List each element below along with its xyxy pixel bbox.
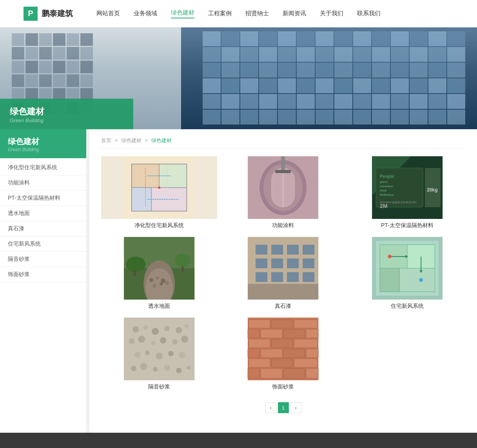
svg-point-40 (152, 284, 156, 288)
nav-contact[interactable]: 联系我们 (357, 10, 381, 17)
svg-rect-59 (287, 272, 299, 282)
page-content: 首页 > 绿色建材 > 绿色建材 (89, 129, 477, 433)
svg-point-74 (419, 278, 423, 282)
sidebar-item-2[interactable]: PT-太空保温隔热材料 (0, 191, 86, 206)
svg-rect-46 (182, 266, 183, 272)
svg-rect-118 (294, 359, 317, 367)
svg-text:20kg: 20kg (427, 187, 437, 193)
product-img-6 (101, 318, 217, 380)
svg-rect-3 (159, 164, 187, 188)
svg-rect-57 (256, 272, 267, 282)
svg-rect-111 (294, 339, 317, 348)
svg-text:Heat: Heat (380, 189, 387, 192)
sidebar-item-7[interactable]: 饰面砂浆 (0, 267, 86, 282)
nav-projects[interactable]: 工程案例 (208, 10, 232, 17)
svg-point-84 (138, 336, 145, 343)
svg-rect-108 (306, 329, 318, 338)
nav-business[interactable]: 业务领域 (134, 10, 157, 17)
logo-icon: P (24, 7, 38, 21)
svg-rect-122 (306, 369, 318, 378)
svg-rect-105 (248, 329, 259, 338)
product-img-0 (101, 156, 217, 219)
svg-rect-113 (261, 349, 282, 358)
product-title-1: 功能涂料 (225, 222, 341, 229)
product-img-3 (101, 237, 217, 300)
product-img-4 (225, 237, 341, 300)
page-prev[interactable]: ‹ (265, 402, 276, 413)
nav-home[interactable]: 网站首页 (96, 10, 120, 17)
product-img-5 (349, 237, 465, 300)
svg-point-78 (143, 325, 148, 330)
nav-green-material[interactable]: 绿色建材 (171, 9, 194, 18)
sidebar-subtitle: Green Building (8, 147, 78, 152)
sidebar-item-1[interactable]: 功能涂料 (0, 175, 86, 191)
product-item-0[interactable]: 净化型住宅新风系统 (101, 156, 217, 229)
breadcrumb-parent[interactable]: 绿色建材 (121, 137, 141, 143)
svg-point-90 (145, 350, 150, 355)
svg-point-43 (126, 257, 145, 272)
svg-rect-115 (306, 349, 318, 358)
product-item-5[interactable]: 住宅新风系统 (349, 237, 465, 310)
svg-point-93 (179, 352, 185, 358)
product-img-7 (225, 318, 341, 380)
svg-rect-114 (283, 349, 305, 358)
svg-rect-104 (294, 320, 317, 328)
svg-point-81 (176, 327, 182, 333)
svg-rect-121 (283, 369, 305, 378)
svg-rect-67 (380, 268, 399, 292)
product-title-2: PT-太空保温隔热材料 (349, 222, 465, 229)
header: P 鹏泰建筑 网站首页 业务领域 绿色建材 工程案例 招贤纳士 新闻资讯 关于我… (0, 0, 477, 27)
product-item-7[interactable]: 饰面砂浆 (225, 318, 341, 390)
svg-rect-103 (271, 320, 293, 328)
svg-rect-117 (271, 359, 293, 367)
nav-news[interactable]: 新闻资讯 (283, 10, 306, 17)
svg-text:Reflection: Reflection (380, 193, 394, 197)
svg-point-83 (129, 338, 134, 344)
product-item-6[interactable]: 隔音砂浆 (101, 318, 217, 390)
sidebar-item-3[interactable]: 透水地面 (0, 206, 86, 221)
svg-rect-51 (287, 245, 299, 255)
svg-point-86 (160, 337, 166, 343)
svg-point-38 (156, 276, 159, 280)
svg-text:green: green (380, 180, 388, 184)
svg-text:Pengtai: Pengtai (380, 174, 394, 179)
svg-rect-119 (248, 369, 259, 378)
pagination: ‹ 1 › (101, 402, 465, 413)
product-grid: 净化型住宅新风系统 (101, 156, 465, 390)
product-item-1[interactable]: 功能涂料 (225, 156, 341, 229)
svg-point-73 (388, 255, 392, 258)
svg-rect-60 (303, 272, 314, 282)
sidebar: 绿色建材 Green Building 净化型住宅新风系统 功能涂料 PT-太空… (0, 129, 86, 433)
svg-point-98 (176, 368, 181, 373)
product-item-2[interactable]: Pengtai green insulation Heat Reflection… (349, 156, 465, 229)
page-next[interactable]: › (290, 402, 301, 413)
svg-point-37 (149, 278, 153, 282)
svg-point-80 (164, 326, 170, 331)
product-title-7: 饰面砂浆 (225, 383, 341, 390)
hero-banner: 绿色建材 Green Building (0, 27, 477, 129)
sidebar-menu: 净化型住宅新风系统 功能涂料 PT-太空保温隔热材料 透水地面 真石漆 住宅新风… (0, 158, 86, 284)
sidebar-item-0[interactable]: 净化型住宅新风系统 (0, 160, 86, 175)
nav-recruit[interactable]: 招贤纳士 (245, 10, 269, 17)
svg-point-88 (181, 336, 188, 343)
sidebar-item-5[interactable]: 住宅新风系统 (0, 237, 86, 252)
main-nav: 网站首页 业务领域 绿色建材 工程案例 招贤纳士 新闻资讯 关于我们 联系我们 (96, 9, 381, 18)
sidebar-item-6[interactable]: 隔音砂浆 (0, 252, 86, 267)
svg-rect-102 (248, 320, 270, 328)
svg-point-8 (158, 186, 160, 189)
svg-rect-116 (248, 359, 270, 367)
svg-rect-18 (281, 156, 285, 172)
product-item-4[interactable]: 真石漆 (225, 237, 341, 310)
breadcrumb: 首页 > 绿色建材 > 绿色建材 (101, 137, 465, 148)
product-title-3: 透水地面 (101, 303, 217, 310)
svg-point-79 (152, 328, 159, 335)
product-title-4: 真石漆 (225, 303, 341, 310)
page-1[interactable]: 1 (278, 402, 289, 413)
svg-point-41 (160, 282, 163, 285)
footer: 业务领域 海绵城市 绿色建筑 节能验收与报建 节能设计优化 节能评估 能效测评 … (0, 433, 477, 448)
breadcrumb-home[interactable]: 首页 (101, 137, 111, 143)
hero-subtitle: Green Building (10, 117, 123, 123)
nav-about[interactable]: 关于我们 (320, 10, 343, 17)
sidebar-item-4[interactable]: 真石漆 (0, 221, 86, 237)
product-item-3[interactable]: 透水地面 (101, 237, 217, 310)
